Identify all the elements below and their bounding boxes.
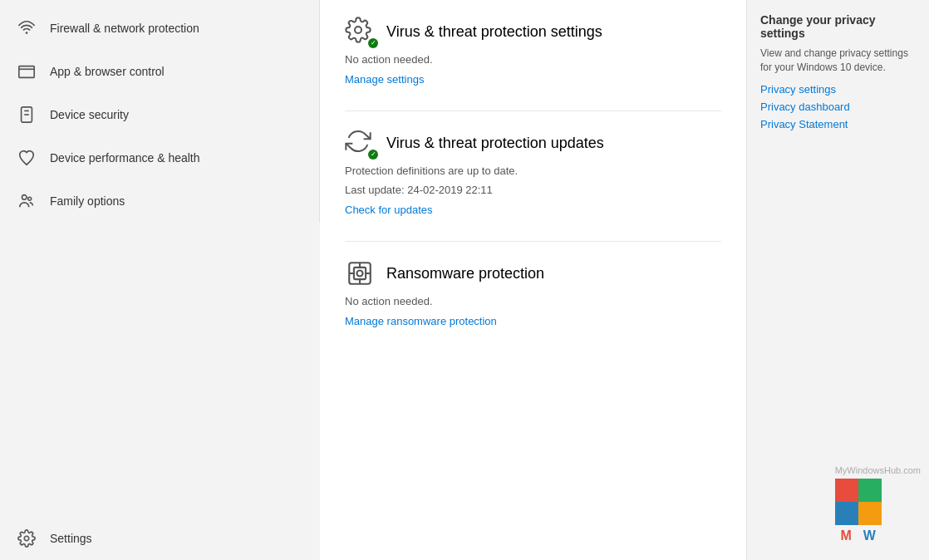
manage-ransomware-link[interactable]: Manage ransomware protection bbox=[345, 315, 497, 327]
manage-settings-link[interactable]: Manage settings bbox=[345, 73, 424, 86]
sidebar-item-device-health[interactable]: Device performance & health bbox=[0, 136, 319, 179]
sidebar-item-firewall[interactable]: Firewall & network protection bbox=[0, 7, 319, 50]
device-security-icon bbox=[17, 105, 37, 125]
sidebar-item-family-label: Family options bbox=[50, 194, 125, 208]
logo-block-yellow bbox=[858, 502, 882, 525]
svg-point-8 bbox=[24, 536, 29, 541]
settings-label: Settings bbox=[50, 532, 92, 545]
sidebar-item-device-health-label: Device performance & health bbox=[50, 151, 200, 165]
svg-rect-1 bbox=[19, 66, 34, 78]
virus-threat-icon bbox=[345, 17, 375, 47]
logo-block-green bbox=[858, 479, 882, 502]
logo-block-red bbox=[835, 479, 858, 502]
sidebar: Firewall & network protection App & brow… bbox=[0, 0, 320, 560]
privacy-statement-link[interactable]: Privacy Statement bbox=[760, 118, 916, 130]
family-icon bbox=[17, 191, 37, 211]
check-for-updates-link[interactable]: Check for updates bbox=[345, 204, 433, 216]
ransomware-header: Ransomware protection bbox=[345, 258, 721, 288]
ransomware-icon bbox=[345, 258, 375, 288]
sidebar-item-device-security-label: Device security bbox=[50, 108, 129, 121]
sidebar-item-firewall-label: Firewall & network protection bbox=[50, 22, 199, 35]
sidebar-item-family[interactable]: Family options bbox=[0, 179, 319, 223]
virus-updates-section: Virus & threat protection updates Protec… bbox=[345, 128, 721, 216]
heart-icon bbox=[17, 148, 37, 168]
right-panel-title: Change your privacy settings bbox=[760, 13, 916, 40]
virus-threat-status: No action needed. bbox=[345, 53, 721, 66]
virus-updates-title: Virus & threat protection updates bbox=[386, 135, 604, 152]
svg-point-7 bbox=[28, 197, 32, 200]
privacy-dashboard-link[interactable]: Privacy dashboard bbox=[760, 101, 916, 113]
logo-block-blue bbox=[835, 502, 858, 525]
settings-item[interactable]: Settings bbox=[0, 517, 320, 560]
svg-point-0 bbox=[26, 32, 28, 34]
main-content: Virus & threat protection settings No ac… bbox=[320, 0, 746, 560]
watermark: MyWindowsHub.com MW bbox=[835, 465, 921, 543]
privacy-settings-link[interactable]: Privacy settings bbox=[760, 83, 916, 96]
right-panel: Change your privacy settings View and ch… bbox=[746, 0, 929, 560]
watermark-logo bbox=[835, 479, 882, 525]
sidebar-item-browser[interactable]: App & browser control bbox=[0, 50, 319, 93]
virus-updates-status: Protection definitions are up to date. bbox=[345, 165, 721, 177]
settings-icon bbox=[17, 528, 37, 548]
watermark-letters: MW bbox=[835, 528, 882, 543]
virus-threat-header: Virus & threat protection settings bbox=[345, 17, 721, 47]
sidebar-item-device-security[interactable]: Device security bbox=[0, 93, 319, 136]
svg-point-6 bbox=[22, 195, 27, 200]
virus-threat-section: Virus & threat protection settings No ac… bbox=[345, 17, 721, 86]
virus-updates-icon bbox=[345, 128, 375, 158]
virus-threat-title: Virus & threat protection settings bbox=[386, 23, 602, 41]
sidebar-item-browser-label: App & browser control bbox=[50, 65, 165, 78]
watermark-text: MyWindowsHub.com bbox=[835, 465, 921, 475]
svg-point-9 bbox=[355, 27, 361, 33]
virus-updates-header: Virus & threat protection updates bbox=[345, 128, 721, 158]
right-panel-desc: View and change privacy settings for you… bbox=[760, 47, 916, 75]
wifi-icon bbox=[17, 18, 37, 38]
svg-point-12 bbox=[356, 270, 362, 276]
svg-rect-11 bbox=[354, 268, 366, 279]
browser-icon bbox=[17, 61, 37, 81]
virus-updates-extra: Last update: 24-02-2019 22:11 bbox=[345, 184, 721, 196]
divider-2 bbox=[345, 241, 721, 242]
ransomware-title: Ransomware protection bbox=[386, 265, 544, 282]
divider-1 bbox=[345, 111, 721, 111]
ransomware-status: No action needed. bbox=[345, 295, 721, 307]
ransomware-section: Ransomware protection No action needed. … bbox=[345, 258, 721, 327]
